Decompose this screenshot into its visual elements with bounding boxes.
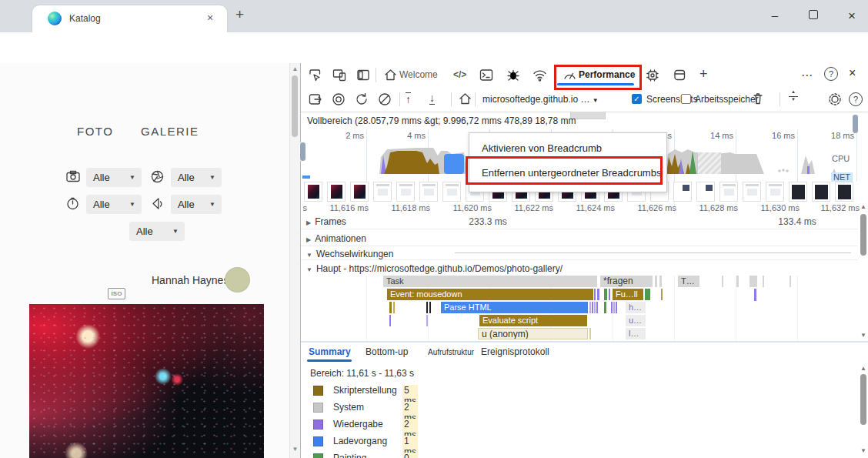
flame-bar-fu[interactable]: Fu…ll — [613, 289, 643, 300]
page-scroll-up-icon[interactable]: ▲ — [290, 65, 300, 72]
iso-filter-select[interactable]: Alle▼ — [129, 222, 185, 241]
flame-scrollbar-thumb[interactable] — [860, 214, 866, 256]
toolbar-home-icon[interactable] — [459, 92, 472, 105]
tab-title: Katalog — [69, 13, 101, 24]
show-history-icon[interactable] — [309, 93, 322, 105]
flame-bar-t[interactable]: T… — [678, 276, 699, 287]
new-tab-button[interactable]: + — [235, 6, 244, 23]
inspect-icon[interactable] — [309, 69, 322, 82]
flame-bar-u2[interactable]: u… — [626, 315, 646, 326]
devtools-close-icon[interactable]: × — [849, 66, 856, 80]
page-scroll-down-icon[interactable]: ▼ — [290, 446, 300, 453]
flame-scroll-up-icon[interactable]: ▲ — [858, 203, 868, 210]
filmstrip-resize-icon[interactable]: ▲▼ — [788, 90, 799, 102]
flame-bar-l[interactable]: l… — [626, 328, 646, 339]
browser-tab[interactable]: Katalog × — [32, 5, 227, 32]
flame-bar-fragen[interactable]: *fragen — [600, 276, 653, 287]
timeline-ruler: s 11,616 ms 11,618 ms 11,620 ms 11,622 m… — [301, 202, 868, 214]
upload-profile-icon[interactable]: ↑ — [406, 92, 411, 105]
memory-checkbox[interactable] — [681, 94, 691, 104]
screenshot-thumbnail[interactable] — [696, 182, 715, 202]
camera-filter-select[interactable]: Alle▼ — [86, 168, 142, 187]
screenshot-thumbnail[interactable] — [766, 182, 784, 202]
console-icon[interactable] — [479, 69, 493, 82]
settings-gear-icon[interactable] — [828, 92, 842, 106]
tab-call-tree[interactable]: Aufrufstruktur — [428, 348, 474, 356]
tab-summary[interactable]: Summary — [309, 346, 351, 357]
more-tools-plus-icon[interactable]: + — [699, 66, 708, 82]
track-interactions[interactable]: ▼Wechselwirkungen — [301, 246, 857, 260]
page-scrollbar[interactable]: ▲ ▼ — [289, 63, 300, 458]
page-scrollbar-thumb[interactable] — [292, 75, 298, 137]
window-minimize-button[interactable]: – — [763, 8, 786, 22]
summary-scroll-down-icon[interactable]: ▼ — [858, 447, 868, 454]
net-activity-bar — [302, 176, 310, 179]
device-emulation-icon[interactable] — [332, 69, 346, 82]
screenshot-thumbnail[interactable] — [396, 182, 415, 202]
gallery-photo[interactable] — [29, 304, 264, 458]
bug-icon[interactable] — [506, 69, 520, 82]
trash-icon[interactable] — [752, 92, 764, 106]
screenshot-thumbnail[interactable] — [673, 182, 692, 202]
network-icon[interactable] — [532, 69, 547, 82]
tab-event-log[interactable]: Ereignisprotokoll — [481, 346, 549, 357]
track-main-thread[interactable]: ▼Haupt - https://microsoftedge.github.io… — [301, 260, 857, 276]
flame-bar-h[interactable]: h… — [626, 302, 646, 313]
flame-bar-evaluate[interactable]: Evaluate script — [479, 315, 587, 326]
flame-bar-task[interactable]: Task — [383, 276, 597, 287]
flame-bar-anonym[interactable]: u (anonym) — [478, 328, 588, 339]
screenshot-thumbnail[interactable] — [812, 182, 830, 202]
flame-scrollbar[interactable]: ▲ ▼ — [858, 203, 868, 340]
flame-scroll-down-icon[interactable]: ▼ — [858, 332, 868, 339]
overview-right-handle[interactable] — [852, 114, 859, 134]
download-profile-icon[interactable]: ↓ — [429, 92, 435, 105]
tick-14ms: 14 ms — [695, 131, 733, 140]
nav-galerie[interactable]: GALERIE — [141, 125, 199, 138]
record-icon[interactable] — [332, 92, 346, 106]
cpu-chip-icon[interactable] — [646, 69, 659, 82]
devtools-more-icon[interactable]: ⋯ — [801, 69, 813, 82]
screenshot-thumbnail[interactable] — [789, 182, 807, 202]
window-maximize-button[interactable] — [802, 8, 825, 22]
screenshot-thumbnail[interactable] — [327, 182, 346, 202]
reload-record-icon[interactable] — [355, 92, 369, 106]
screenshot-thumbnail[interactable] — [350, 182, 369, 202]
screenshot-thumbnail[interactable] — [743, 182, 761, 202]
screenshot-thumbnail[interactable] — [419, 182, 438, 202]
origin-selector[interactable]: microsoftedge.github.io … ▼ — [482, 94, 599, 105]
shutter-filter-select[interactable]: Alle▼ — [86, 195, 142, 214]
screenshots-checkbox[interactable]: ✓ — [632, 94, 642, 104]
track-animations[interactable]: ▶Animationen — [301, 229, 857, 246]
summary-scrollbar-thumb[interactable] — [860, 374, 866, 425]
aperture-filter-select[interactable]: Alle▼ — [171, 168, 222, 187]
legend-value[interactable]: 0 ms — [402, 453, 418, 458]
storage-icon[interactable] — [673, 69, 686, 82]
summary-scroll-up-icon[interactable]: ▲ — [858, 365, 868, 372]
tab-welcome[interactable]: Welcome — [399, 69, 438, 80]
track-frames[interactable]: ▶Frames 233.3 ms 133.4 ms — [301, 214, 857, 229]
home-icon[interactable] — [384, 69, 397, 82]
window-close-button[interactable]: × — [840, 8, 863, 24]
clear-icon[interactable] — [378, 92, 392, 106]
tab-bottom-up[interactable]: Bottom-up — [366, 346, 408, 357]
flame-bar-mousedown[interactable]: Event: mousedown — [387, 289, 593, 300]
tab-elements-icon[interactable]: </> — [453, 69, 466, 80]
dock-side-icon[interactable] — [356, 69, 370, 82]
toolbar-help-icon[interactable]: ? — [849, 92, 863, 106]
screenshot-thumbnail[interactable] — [373, 182, 392, 202]
screenshot-thumbnail[interactable] — [719, 182, 738, 202]
flash-filter-select[interactable]: Alle▼ — [171, 195, 222, 214]
screenshot-thumbnail[interactable] — [304, 182, 322, 202]
nav-foto[interactable]: FOTO — [77, 125, 113, 138]
flame-bar-parse-html[interactable]: Parse HTML — [441, 302, 588, 313]
overview-left-handle[interactable] — [299, 142, 306, 162]
screenshot-thumbnail[interactable] — [835, 182, 853, 202]
author-avatar[interactable] — [225, 267, 250, 293]
tab-close-icon[interactable]: × — [203, 12, 217, 24]
devtools-help-icon[interactable]: ? — [824, 67, 838, 81]
summary-scrollbar[interactable]: ▲ ▼ — [858, 365, 868, 456]
menu-item-activate-breadcrumb[interactable]: Aktivieren von Breadcrumb — [482, 142, 602, 154]
screenshot-thumbnail[interactable] — [442, 182, 461, 202]
flame-row: Evaluate script u… — [301, 315, 868, 327]
net-label: NET — [831, 172, 853, 182]
